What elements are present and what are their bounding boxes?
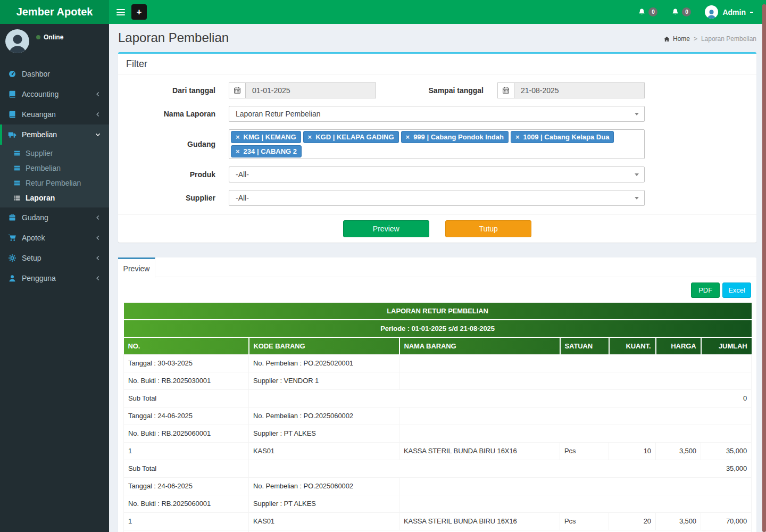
status-label: Online	[44, 34, 63, 41]
cart-icon	[8, 234, 16, 242]
table-icon	[13, 164, 21, 172]
sidebar-item-setup[interactable]: Setup	[0, 248, 109, 268]
table-row: Tanggal : 30-03-2025No. Pembelian : PO.2…	[124, 355, 752, 372]
calendar-icon	[234, 87, 241, 94]
sidebar-user-panel: Online	[0, 24, 109, 56]
tutup-button[interactable]: Tutup	[445, 220, 531, 237]
tab-preview[interactable]: Preview	[118, 257, 155, 278]
table-cell	[399, 408, 752, 425]
table-row: 1KAS01KASSA STERIL BUNDA BIRU 16X16Pcs20…	[124, 513, 752, 530]
gudang-tag[interactable]: ×KMG | KEMANG	[231, 131, 301, 143]
table-cell	[399, 425, 752, 443]
sidebar-item-label: Pengguna	[22, 274, 56, 282]
table-cell: Sub Total	[124, 390, 249, 408]
gudang-tag-label: 1009 | Cabang Kelapa Dua	[523, 133, 610, 141]
dari-tanggal-input[interactable]	[245, 82, 376, 98]
sidebar-item-pembelian[interactable]: Pembelian	[0, 124, 109, 145]
select-arrow-icon	[635, 113, 639, 115]
sidebar-item-gudang[interactable]: Gudang	[0, 207, 109, 228]
home-icon	[663, 36, 670, 43]
sidebar-menu: DashborAccountingKeuanganPembelianSuppli…	[0, 64, 109, 288]
online-dot-icon	[36, 35, 40, 39]
remove-tag-icon[interactable]: ×	[308, 133, 312, 141]
alert-badge: 0	[682, 7, 691, 16]
sidebar-item-accounting[interactable]: Accounting	[0, 84, 109, 104]
chevron-left-icon	[95, 91, 101, 97]
gudang-tag-label: KMG | KEMANG	[244, 133, 296, 141]
nama-laporan-label: Nama Laporan	[126, 110, 215, 118]
table-row: 1KAS01KASSA STERIL BUNDA BIRU 16X16Pcs10…	[124, 443, 752, 460]
sidebar-toggle-button[interactable]	[109, 0, 131, 24]
notifications-button[interactable]: 0	[638, 7, 657, 16]
gudang-multiselect[interactable]: ×KMG | KEMANG×KGD | KELAPA GADING×999 | …	[229, 129, 645, 159]
quick-add-button[interactable]: +	[131, 4, 147, 20]
table-cell	[399, 355, 752, 372]
sidebar-subitem-retur-pembelian[interactable]: Retur Pembelian	[0, 176, 109, 190]
table-cell: Pcs	[560, 443, 609, 460]
report-column-header: KUANT.	[609, 337, 656, 355]
notification-badge: 0	[648, 7, 657, 16]
table-row: Sub Total0	[124, 390, 752, 408]
nama-laporan-select[interactable]: Laporan Retur Pembelian	[229, 106, 645, 122]
excel-button[interactable]: Excel	[722, 282, 751, 298]
table-cell: 35,000	[249, 460, 752, 478]
sidebar-item-keuangan[interactable]: Keuangan	[0, 104, 109, 124]
gudang-tag[interactable]: ×234 | CABANG 2	[231, 145, 302, 157]
table-cell	[399, 478, 752, 495]
chevron-left-icon	[95, 235, 101, 241]
sidebar-item-label: Gudang	[22, 213, 48, 222]
caret-down-icon	[750, 12, 753, 13]
sidebar-subitem-supplier[interactable]: Supplier	[0, 146, 109, 161]
table-row: Tanggal : 24-06-2025No. Pembelian : PO.2…	[124, 408, 752, 425]
table-cell: Tanggal : 24-06-2025	[124, 408, 249, 425]
table-cell: No. Pembelian : PO.2025060002	[249, 478, 399, 495]
alerts-button[interactable]: 0	[671, 7, 691, 16]
sidebar-subitem-pembelian[interactable]: Pembelian	[0, 161, 109, 176]
sidebar-subitem-laporan[interactable]: Laporan	[0, 190, 109, 205]
scrollbar[interactable]	[762, 4, 766, 532]
sidebar-item-pengguna[interactable]: Pengguna	[0, 268, 109, 288]
report-column-header: NO.	[124, 337, 249, 355]
preview-button[interactable]: Preview	[343, 220, 429, 237]
breadcrumb-separator: >	[694, 35, 697, 43]
table-icon	[13, 179, 21, 187]
table-row: Sub Total35,000	[124, 460, 752, 478]
remove-tag-icon[interactable]: ×	[236, 147, 240, 155]
report-title: LAPORAN RETUR PEMBELIAN	[124, 303, 752, 320]
sampai-calendar-addon[interactable]	[497, 82, 514, 98]
report-table: LAPORAN RETUR PEMBELIAN Periode : 01-01-…	[123, 303, 752, 532]
gudang-tag[interactable]: ×KGD | KELAPA GADING	[303, 131, 399, 143]
gear-icon	[8, 254, 16, 262]
sampai-tanggal-label: Sampai tanggal	[376, 86, 497, 95]
table-row: Sub Total70,000	[124, 530, 752, 532]
gudang-tag[interactable]: ×999 | Cabang Pondok Indah	[401, 131, 509, 143]
table-row: No. Bukti : RB.2025030001Supplier : VEND…	[124, 372, 752, 390]
calendar-icon	[502, 87, 510, 94]
table-cell: Tanggal : 24-06-2025	[124, 478, 249, 495]
table-cell: Supplier : PT ALKES	[249, 425, 399, 443]
gudang-tag-label: 234 | CABANG 2	[244, 147, 297, 155]
pdf-button[interactable]: PDF	[691, 282, 720, 298]
remove-tag-icon[interactable]: ×	[406, 133, 410, 141]
sidebar-item-dashbor[interactable]: Dashbor	[0, 64, 109, 84]
sidebar-subitem-label: Supplier	[26, 149, 53, 157]
top-navbar: Jember Apotek + 0 0 Admin	[0, 0, 766, 24]
select-arrow-icon	[635, 197, 639, 200]
supplier-select[interactable]: -All-	[229, 190, 645, 206]
brand-logo[interactable]: Jember Apotek	[0, 0, 109, 24]
table-cell: No. Bukti : RB.2025030001	[124, 372, 249, 390]
breadcrumb-home-link[interactable]: Home	[663, 35, 690, 43]
remove-tag-icon[interactable]: ×	[236, 133, 240, 141]
remove-tag-icon[interactable]: ×	[515, 133, 520, 141]
dari-calendar-addon[interactable]	[229, 82, 245, 98]
gudang-tag[interactable]: ×1009 | Cabang Kelapa Dua	[511, 131, 614, 143]
sidebar-item-apotek[interactable]: Apotek	[0, 228, 109, 248]
produk-select[interactable]: -All-	[229, 167, 645, 182]
chevron-left-icon	[95, 275, 101, 281]
table-cell: No. Pembelian : PO.2025020001	[249, 355, 399, 372]
user-menu-button[interactable]: Admin	[705, 5, 753, 19]
table-cell: No. Bukti : RB.2025060001	[124, 495, 249, 513]
produk-label: Produk	[126, 170, 215, 179]
sampai-tanggal-input[interactable]	[514, 82, 645, 98]
sidebar-item-label: Accounting	[22, 90, 59, 98]
